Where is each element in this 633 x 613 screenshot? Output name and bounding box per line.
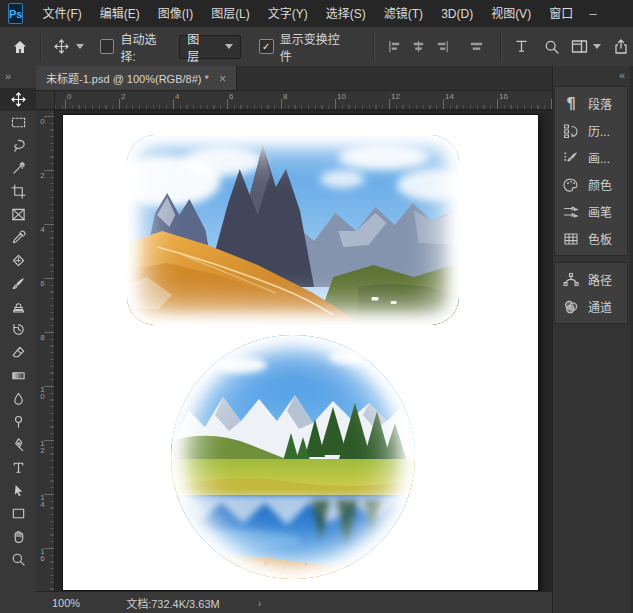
align-left-edges-icon[interactable] (383, 34, 407, 60)
workspace-icon[interactable] (568, 34, 592, 60)
zoom-icon (11, 552, 26, 567)
align-top-icon[interactable] (510, 34, 534, 60)
show-transform-checkbox[interactable]: ✓ (259, 39, 274, 54)
tool-type[interactable] (0, 456, 36, 479)
channels-icon (563, 299, 579, 315)
panel-button-brush-settings[interactable]: 画... (555, 144, 627, 171)
tool-clone-stamp[interactable] (0, 295, 36, 318)
tool-spot-healing-brush[interactable] (0, 249, 36, 272)
panel-button-history[interactable]: 历... (555, 117, 627, 144)
eyedropper-icon (11, 230, 26, 245)
color-icon (563, 177, 579, 193)
menu-filter[interactable]: 滤镜(T) (375, 1, 432, 27)
blur-drop-icon (11, 391, 26, 406)
tool-hand[interactable] (0, 525, 36, 548)
vertical-ruler: 0 2 4 6 8 10 12 14 16 (36, 109, 55, 591)
tool-crop[interactable] (0, 180, 36, 203)
photoshop-logo: Ps (8, 3, 23, 24)
tool-pen[interactable] (0, 433, 36, 456)
share-icon[interactable] (609, 34, 633, 60)
paths-icon (563, 272, 579, 288)
tool-dodge[interactable] (0, 410, 36, 433)
auto-select-label: 自动选择: (120, 30, 171, 64)
status-chevron-icon[interactable]: › (258, 597, 262, 609)
panel-button-paths[interactable]: 路径 (555, 266, 627, 293)
minimize-icon[interactable]: – (582, 6, 604, 21)
type-icon (11, 460, 26, 475)
tool-rectangular-marquee[interactable] (0, 111, 36, 134)
auto-select-target-value: 图层 (187, 30, 211, 64)
panel-button-swatches[interactable]: 色板 (555, 225, 627, 252)
document-tab[interactable]: 未标题-1.psd @ 100%(RGB/8#) * × (36, 66, 237, 90)
tab-close-icon[interactable]: × (219, 72, 227, 85)
auto-select-target-dropdown[interactable]: 图层 (179, 35, 241, 59)
home-icon[interactable] (8, 34, 32, 60)
menu-view[interactable]: 视图(V) (482, 1, 540, 27)
panel-button-channels[interactable]: 通道 (555, 293, 627, 320)
distribute-centers-icon[interactable] (464, 34, 488, 60)
chevron-down-icon (225, 44, 233, 49)
tool-brush[interactable] (0, 272, 36, 295)
search-icon[interactable] (540, 34, 564, 60)
menu-type[interactable]: 文字(Y) (259, 1, 317, 27)
panel-button-paragraph[interactable]: ¶ 段落 (555, 90, 627, 117)
brush-icon (11, 276, 26, 291)
chevron-down-icon[interactable] (76, 44, 84, 49)
selection-arrow-icon (11, 483, 26, 498)
tool-rectangle-shape[interactable] (0, 502, 36, 525)
panel-label: 通道 (588, 298, 612, 315)
align-right-edges-icon[interactable] (430, 34, 454, 60)
tools-overflow-icon[interactable]: » (0, 66, 36, 88)
panel-button-color[interactable]: 颜色 (555, 171, 627, 198)
tool-gradient[interactable] (0, 364, 36, 387)
horizontal-ruler: 0 2 4 6 8 10 12 14 16 (36, 91, 552, 110)
tool-blur[interactable] (0, 387, 36, 410)
paragraph-icon: ¶ (563, 95, 579, 113)
lasso-icon (11, 138, 26, 153)
menu-3d[interactable]: 3D(D) (432, 1, 482, 27)
panel-label: 段落 (588, 95, 612, 112)
eraser-icon (11, 345, 26, 360)
tool-lasso[interactable] (0, 134, 36, 157)
options-bar: 自动选择: 图层 ✓ 显示变换控件 (0, 27, 633, 67)
marquee-icon (11, 115, 26, 130)
magic-wand-icon (11, 161, 26, 176)
tool-move[interactable] (0, 88, 36, 111)
menu-select[interactable]: 选择(S) (317, 1, 375, 27)
panel-label: 历... (588, 122, 610, 139)
feathered-mountain-photo[interactable] (127, 135, 459, 325)
panel-label: 画... (588, 149, 610, 166)
tool-path-selection[interactable] (0, 479, 36, 502)
tool-eyedropper[interactable] (0, 226, 36, 249)
gradient-icon (11, 368, 26, 383)
tool-magic-wand[interactable] (0, 157, 36, 180)
align-horizontal-centers-icon[interactable] (407, 34, 431, 60)
menu-layer[interactable]: 图层(L) (202, 1, 259, 27)
panel-button-brushes[interactable]: 画笔 (555, 198, 627, 225)
history-icon (563, 123, 579, 139)
tool-history-brush[interactable] (0, 318, 36, 341)
document-canvas[interactable] (62, 114, 539, 591)
pen-icon (11, 437, 26, 452)
menu-edit[interactable]: 编辑(E) (91, 1, 149, 27)
menu-image[interactable]: 图像(I) (149, 1, 202, 27)
move-tool-icon[interactable] (50, 34, 74, 60)
dock-collapse-icon[interactable]: « (553, 66, 633, 86)
tool-frame[interactable] (0, 203, 36, 226)
panel-group-1: ¶ 段落 历... 画... 颜色 画笔 色板 (554, 86, 628, 256)
panel-label: 画笔 (588, 203, 612, 220)
panel-group-2: 路径 通道 (554, 262, 628, 324)
chevron-down-icon[interactable] (593, 44, 601, 49)
menubar: 文件(F) 编辑(E) 图像(I) 图层(L) 文字(Y) 选择(S) 滤镜(T… (33, 1, 582, 27)
auto-select-checkbox[interactable] (100, 39, 115, 54)
panel-dock: « ¶ 段落 历... 画... 颜色 画笔 (552, 66, 633, 613)
tool-zoom[interactable] (0, 548, 36, 571)
tool-eraser[interactable] (0, 341, 36, 364)
hand-icon (11, 529, 26, 544)
menu-window[interactable]: 窗口 (540, 1, 582, 27)
dodge-icon (11, 414, 26, 429)
zoom-level[interactable]: 100% (52, 597, 80, 609)
menu-file[interactable]: 文件(F) (33, 1, 90, 27)
tools-panel: » (0, 66, 37, 613)
circular-lake-photo[interactable] (171, 335, 415, 579)
